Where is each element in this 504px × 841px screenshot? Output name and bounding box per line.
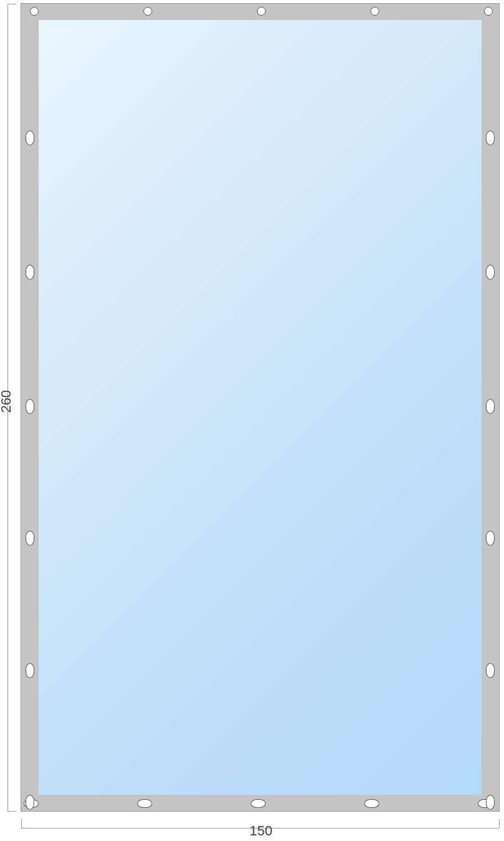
dimension-height-tick bbox=[7, 811, 16, 812]
eyelet-top bbox=[30, 7, 39, 16]
eyelet-bottom bbox=[364, 799, 379, 808]
eyelet-right bbox=[486, 130, 495, 145]
eyelet-bottom bbox=[251, 799, 266, 808]
eyelet-right bbox=[486, 399, 495, 414]
eyelet-top bbox=[143, 7, 152, 16]
eyelet-right bbox=[486, 265, 495, 280]
tarp-panel bbox=[21, 4, 499, 811]
eyelet-top bbox=[484, 7, 493, 16]
eyelet-left bbox=[26, 795, 34, 810]
eyelet-left bbox=[26, 130, 34, 145]
dimension-width-label: 150 bbox=[250, 823, 273, 839]
dimension-width-tick bbox=[499, 819, 500, 828]
eyelet-left bbox=[26, 265, 34, 280]
eyelet-left bbox=[26, 663, 34, 678]
dimension-height-tick bbox=[7, 4, 16, 4]
eyelet-top bbox=[371, 7, 379, 16]
eyelet-top bbox=[257, 7, 266, 16]
eyelet-left bbox=[26, 399, 34, 414]
eyelet-bottom bbox=[137, 799, 152, 808]
dimension-width-tick bbox=[21, 819, 22, 828]
eyelet-right bbox=[486, 795, 495, 810]
eyelet-right bbox=[486, 663, 495, 678]
eyelet-left bbox=[26, 531, 34, 546]
eyelet-right bbox=[486, 531, 495, 546]
dimension-height-label: 260 bbox=[0, 390, 14, 413]
